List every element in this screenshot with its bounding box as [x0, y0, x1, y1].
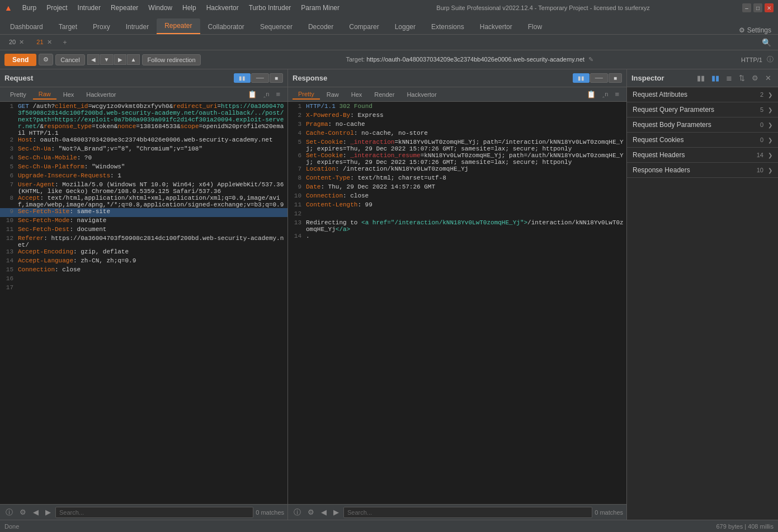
tab-target[interactable]: Target: [51, 20, 85, 34]
prev-arrow[interactable]: ◀: [87, 54, 100, 65]
response-copy-icon[interactable]: 📋: [584, 89, 598, 100]
response-search-prev[interactable]: ◀: [319, 507, 329, 517]
response-subtab-hackvertor[interactable]: Hackvertor: [401, 90, 442, 99]
response-search-help[interactable]: ⓘ: [291, 506, 303, 519]
inspector-header: Inspector ▮▮ ▮▮ ≣ ⇅ ⚙ ✕: [627, 69, 778, 87]
menu-param-miner[interactable]: Param Miner: [296, 3, 344, 13]
request-code-area[interactable]: 1 GET /auth?client_id=wcgy1zo0vkmt0bzxfy…: [0, 102, 287, 504]
response-line-13: 13 Redirecting to <a href="/interaction/…: [288, 219, 626, 233]
tab-repeater[interactable]: Repeater: [157, 18, 200, 34]
request-tab-20[interactable]: 20 ✕: [3, 37, 30, 48]
inspector-section-request-attributes-header[interactable]: Request Attributes 2 ❯: [627, 87, 778, 102]
response-line-8: 8 Content-Type: text/html; charset=utf-8: [288, 175, 626, 183]
response-search-next[interactable]: ▶: [331, 507, 341, 517]
minimize-button[interactable]: –: [742, 3, 751, 12]
menu-project[interactable]: Project: [42, 3, 72, 13]
inspector-section-body-params-header[interactable]: Request Body Parameters 0 ❯: [627, 117, 778, 132]
request-subtab-hackvertor[interactable]: Hackvertor: [81, 90, 121, 99]
inspector-view-toggle-2[interactable]: ▮▮: [709, 73, 722, 83]
request-view-split-btn[interactable]: ──: [251, 73, 269, 83]
edit-target-icon[interactable]: ✎: [586, 56, 596, 63]
tab-flow[interactable]: Flow: [520, 20, 550, 34]
request-ln-icon[interactable]: ‸n: [261, 90, 272, 99]
request-view-full-btn[interactable]: ■: [270, 73, 283, 83]
tab-proxy[interactable]: Proxy: [85, 20, 118, 34]
tab-logger[interactable]: Logger: [387, 20, 423, 34]
response-search-input[interactable]: [343, 507, 592, 518]
settings-gear-button[interactable]: ⚙: [39, 54, 53, 65]
menu-window[interactable]: Window: [144, 3, 177, 13]
request-search-next[interactable]: ▶: [43, 507, 53, 517]
inspector-view-toggle-1[interactable]: ▮▮: [695, 73, 707, 83]
menu-intruder[interactable]: Intruder: [73, 3, 105, 13]
response-view-split-btn[interactable]: ──: [590, 73, 608, 83]
request-tab-21[interactable]: 21 ✕: [31, 37, 57, 48]
inspector-section-response-headers-header[interactable]: Response Headers 10 ❯: [627, 163, 778, 177]
tab-decoder[interactable]: Decoder: [300, 20, 341, 34]
response-ln-icon[interactable]: ‸n: [600, 90, 611, 99]
inspector-chevron-request-attributes: ❯: [768, 92, 772, 98]
inspector-align-icon[interactable]: ≣: [724, 73, 734, 83]
response-subtab-render[interactable]: Render: [369, 90, 400, 99]
request-copy-icon[interactable]: 📋: [245, 89, 260, 100]
inspector-section-query-params: Request Query Parameters 5 ❯: [627, 102, 778, 117]
close-tab-20[interactable]: ✕: [19, 39, 24, 45]
close-button[interactable]: ✕: [765, 3, 774, 12]
cancel-button[interactable]: Cancel: [55, 54, 84, 65]
close-tab-21[interactable]: ✕: [47, 39, 52, 45]
menu-repeater[interactable]: Repeater: [106, 3, 143, 13]
inspector-settings-icon[interactable]: ⚙: [749, 73, 761, 83]
request-search-input[interactable]: [55, 507, 253, 518]
inspector-section-request-cookies-count: 0: [760, 136, 763, 143]
statusbar-right: 679 bytes | 408 millis: [716, 523, 774, 530]
inspector-section-request-headers-header[interactable]: Request Headers 14 ❯: [627, 148, 778, 162]
help-icon[interactable]: ⓘ: [767, 55, 774, 64]
request-subtab-hex[interactable]: Hex: [58, 90, 80, 99]
request-menu-icon[interactable]: ≡: [273, 89, 283, 100]
request-search-settings[interactable]: ⚙: [17, 507, 29, 517]
inspector-section-request-headers: Request Headers 14 ❯: [627, 148, 778, 163]
response-view-pretty-btn[interactable]: ▮▮: [573, 73, 590, 83]
response-subtab-raw[interactable]: Raw: [321, 90, 345, 99]
response-view-full-btn[interactable]: ■: [609, 73, 622, 83]
request-view-pretty-btn[interactable]: ▮▮: [234, 73, 251, 83]
request-subtab-raw[interactable]: Raw: [33, 90, 56, 100]
tab-intruder[interactable]: Intruder: [118, 20, 157, 34]
response-code-area[interactable]: 1 HTTP/1.1 302 Found 2 X-Powered-By: Exp…: [288, 102, 626, 504]
menu-hackvertor[interactable]: Hackvertor: [202, 3, 243, 13]
send-button[interactable]: Send: [4, 54, 36, 66]
menu-burp[interactable]: Burp: [18, 3, 41, 13]
request-line-11: 11 Sec-Fetch-Dest: document: [0, 226, 287, 235]
up-arrow[interactable]: ▲: [127, 54, 140, 65]
inspector-chevron-request-cookies: ❯: [768, 137, 772, 143]
request-line-5: 5 Sec-Ch-Ua-Platform: "Windows": [0, 163, 287, 172]
inspector-section-query-params-header[interactable]: Request Query Parameters 5 ❯: [627, 102, 778, 117]
search-icon[interactable]: 🔍: [758, 37, 775, 48]
follow-redirection-button[interactable]: Follow redirection: [142, 54, 200, 65]
tab-comparer[interactable]: Comparer: [341, 20, 386, 34]
menu-help[interactable]: Help: [178, 3, 201, 13]
tab-dashboard[interactable]: Dashboard: [2, 20, 51, 34]
down-arrow[interactable]: ▼: [100, 54, 114, 65]
response-menu-icon[interactable]: ≡: [612, 89, 622, 100]
settings-button[interactable]: ⚙ Settings: [734, 26, 776, 34]
response-subtab-pretty[interactable]: Pretty: [293, 90, 320, 100]
response-subtab-hex[interactable]: Hex: [346, 90, 368, 99]
next-arrow[interactable]: ▶: [114, 54, 126, 65]
request-search-prev[interactable]: ◀: [31, 507, 41, 517]
response-line-2: 2 X-Powered-By: Express: [288, 112, 626, 121]
inspector-sort-icon[interactable]: ⇅: [737, 73, 747, 83]
request-pane-header: Request ▮▮ ── ■: [0, 69, 287, 87]
response-search-settings[interactable]: ⚙: [305, 507, 317, 517]
add-tab-button[interactable]: +: [59, 37, 72, 48]
maximize-button[interactable]: □: [753, 3, 762, 12]
request-subtab-pretty[interactable]: Pretty: [4, 90, 32, 99]
tab-sequencer[interactable]: Sequencer: [252, 20, 300, 34]
tab-extensions[interactable]: Extensions: [423, 20, 472, 34]
inspector-close-icon[interactable]: ✕: [763, 73, 774, 83]
request-search-help[interactable]: ⓘ: [3, 506, 15, 519]
menu-turbo-intruder[interactable]: Turbo Intruder: [244, 3, 296, 13]
tab-hackvertor[interactable]: Hackvertor: [472, 20, 520, 34]
tab-collaborator[interactable]: Collaborator: [200, 20, 252, 34]
inspector-section-request-cookies-header[interactable]: Request Cookies 0 ❯: [627, 133, 778, 147]
